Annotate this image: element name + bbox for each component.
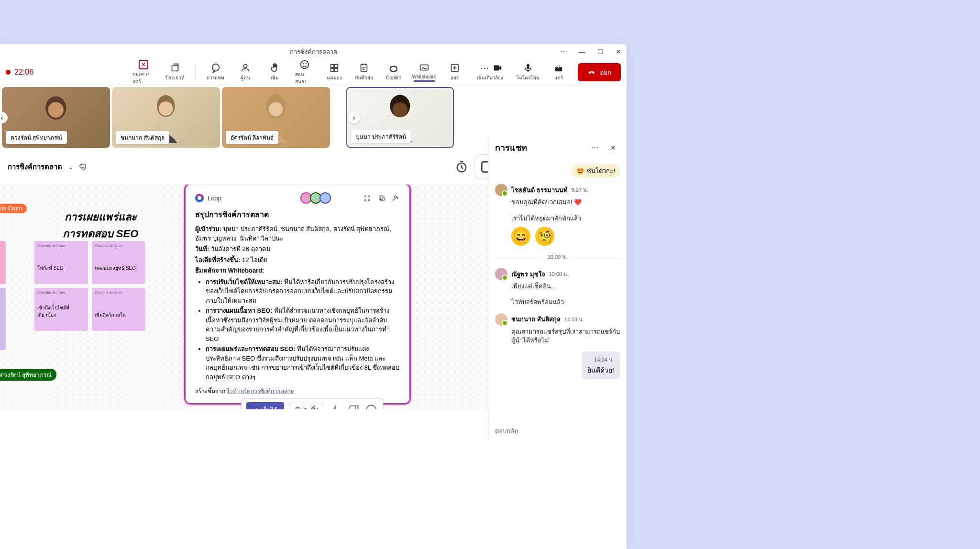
svg-point-30 — [365, 199, 366, 201]
chat-button[interactable]: การแชท — [206, 63, 225, 81]
user-cursor: ดวงรัตน์ สุพิทยาภรณ์ — [0, 369, 56, 381]
party-emoji-icon: 🤩 — [576, 167, 584, 175]
minimize-icon[interactable]: — — [578, 47, 586, 56]
participant-tile[interactable]: ชนกนาถ สันติสกุล — [112, 87, 220, 148]
share-button[interactable]: แชร์ — [549, 63, 568, 81]
people-icon — [240, 63, 251, 73]
sticky-note[interactable] — [0, 288, 6, 350]
sticky-note[interactable]: Charlotte de Crum เพิ่มลิงก์ภายใน — [92, 288, 145, 331]
thumbs-down-icon[interactable] — [346, 404, 360, 410]
record-dot-icon — [6, 70, 11, 75]
svg-point-34 — [394, 196, 396, 198]
chat-icon — [210, 63, 221, 73]
active-speaker-tile[interactable]: บุษบา ประภาศิริรัตน์ — [346, 87, 454, 148]
popout-button[interactable]: ป๊อปเอาท์ — [165, 63, 185, 81]
app-window: การซิงค์การตลาด ⋯ — ☐ ✕ 22:06 หยุดการแชร… — [0, 44, 627, 549]
loop-title: สรุปการซิงค์การตลาด — [195, 209, 400, 220]
svg-rect-0 — [172, 66, 178, 71]
chat-message: ชนกนาถ สันติสกุล 14.03 น. คุณสามารถแชร์ส… — [495, 313, 620, 345]
raise-hand-button[interactable]: เพิ่ม — [265, 63, 285, 81]
sticky-note[interactable] — [0, 241, 6, 284]
copilot-icon — [388, 64, 399, 74]
loop-source: สร้างขึ้นจาก ไวท์บอร์ดการซิงค์การตลาด — [195, 386, 400, 395]
check-icon: ✓ — [253, 406, 258, 409]
plus-square-icon — [450, 63, 460, 73]
discard-button[interactable]: ละทิ้ง — [289, 402, 323, 409]
stop-share-button[interactable]: หยุดการแชร์ — [132, 60, 155, 85]
source-link[interactable]: ไวท์บอร์ดการซิงค์การตลาด — [227, 388, 295, 395]
copilot-button[interactable]: Copilot — [384, 64, 403, 80]
close-icon[interactable]: ✕ — [614, 47, 623, 56]
next-arrow-icon[interactable]: › — [348, 112, 360, 123]
reply-input[interactable]: ตอบกลับ — [488, 421, 627, 441]
emoji-icon — [299, 59, 310, 70]
chat-more-icon[interactable]: ⋯ — [588, 141, 602, 154]
whiteboard-button[interactable]: Whiteboard — [414, 63, 435, 82]
chat-message: ไชยยันต์ ธรรมานนท์ 9:27 น. ขอบคุณที่คิดบ… — [495, 184, 620, 246]
svg-point-18 — [48, 102, 64, 117]
save-button[interactable]: ✓ เก็บไว้ — [246, 402, 284, 409]
reaction-pill[interactable]: 🤩 ซันโตวกะ! — [572, 164, 620, 178]
svg-point-1 — [212, 64, 219, 71]
doc-title: การซิงค์การตลาด — [8, 161, 62, 173]
laugh-emoji-icon[interactable]: 😄 — [511, 227, 530, 246]
more-icon[interactable]: ⋯ — [560, 47, 568, 56]
share-up-icon — [553, 63, 564, 73]
window-title: การซิงค์การตลาด — [290, 47, 337, 57]
svg-rect-7 — [335, 65, 338, 67]
collab-avatars — [302, 192, 331, 204]
notes-button[interactable]: บันทึกย่อ — [354, 63, 374, 81]
sticky-note[interactable]: Charlotte de Crum เข้าถึงเว็บไซต์ที่เกี่… — [34, 288, 88, 331]
user-cursor: de Crum — [0, 204, 27, 213]
monocle-emoji-icon[interactable]: 🧐 — [535, 227, 554, 246]
svg-point-2 — [243, 65, 247, 68]
people-button[interactable]: ผู้คน — [236, 63, 255, 81]
svg-rect-9 — [335, 68, 338, 71]
svg-point-35 — [366, 405, 376, 409]
loop-brand: Loop — [208, 195, 221, 202]
svg-point-24 — [393, 102, 407, 117]
apps-grid-icon[interactable] — [363, 194, 371, 203]
svg-point-4 — [303, 63, 303, 64]
recording-indicator: 22:06 — [6, 68, 33, 77]
react-button[interactable]: ตอบสนอง — [295, 59, 314, 85]
sticky-note[interactable]: Charlotte de Crum ทดสอบกลยุทธ์ SEO — [92, 241, 145, 284]
svg-rect-32 — [380, 197, 384, 200]
whiteboard-icon — [419, 63, 429, 73]
avatar — [495, 313, 507, 326]
participant-tile[interactable]: อัครรัตน์ ลีลาพันธ์ — [222, 87, 330, 148]
ellipsis-icon: ⋯ — [479, 63, 490, 73]
info-circle-icon[interactable] — [364, 404, 378, 410]
copy-icon[interactable] — [378, 194, 385, 203]
svg-point-22 — [269, 102, 283, 116]
svg-point-3 — [300, 60, 308, 68]
thumbs-up-icon[interactable] — [328, 404, 341, 410]
chevron-down-icon[interactable]: ⌄ — [68, 163, 74, 171]
svg-rect-8 — [330, 68, 333, 71]
mic-button[interactable]: ไมโครโฟน — [517, 63, 540, 81]
titlebar: การซิงค์การตลาด ⋯ — ☐ ✕ — [0, 44, 627, 59]
more-button[interactable]: ⋯ เพิ่มเติม — [475, 63, 494, 81]
trash-icon — [294, 406, 301, 409]
participant-name: อัครรัตน์ ลีลาพันธ์ — [226, 131, 278, 144]
chat-title: การแชท — [495, 141, 584, 154]
chat-close-icon[interactable]: ✕ — [606, 141, 620, 154]
loop-logo-icon — [195, 194, 204, 202]
timer-icon[interactable] — [455, 160, 468, 174]
svg-rect-33 — [379, 196, 383, 199]
meeting-toolbar: 22:06 หยุดการแชร์ ป๊อปเอาท์ การแชท ผู้คน — [0, 59, 627, 85]
apps-button[interactable]: แอป — [445, 63, 464, 81]
chat-messages[interactable]: 🤩 ซันโตวกะ! ไชยยันต์ ธรรมานนท์ 9:27 น. ข… — [488, 160, 627, 421]
loop-component[interactable]: Loop สรุปการซิงค์การตลาด ผู้เข้าร่วม: บุ… — [186, 185, 409, 403]
view-button[interactable]: มุมมอง — [325, 63, 344, 81]
leave-button[interactable]: ออก — [578, 63, 621, 81]
people-add-icon[interactable] — [392, 194, 400, 203]
sticky-note[interactable]: Charlotte de Crum โฟกัสที่ SEO — [34, 241, 88, 284]
sticky-grid: Charlotte de Crum โฟกัสที่ SEO Charlotte… — [34, 241, 145, 331]
tag-icon[interactable] — [79, 163, 87, 172]
svg-rect-6 — [330, 65, 333, 67]
participant-name: บุษบา ประภาศิริรัตน์ — [351, 130, 411, 143]
participant-name: ชนกนาถ สันติสกุล — [116, 131, 169, 144]
participant-tile[interactable]: ดวงรัตน์ สุพิทยาภรณ์ — [2, 87, 110, 148]
maximize-icon[interactable]: ☐ — [596, 47, 605, 56]
